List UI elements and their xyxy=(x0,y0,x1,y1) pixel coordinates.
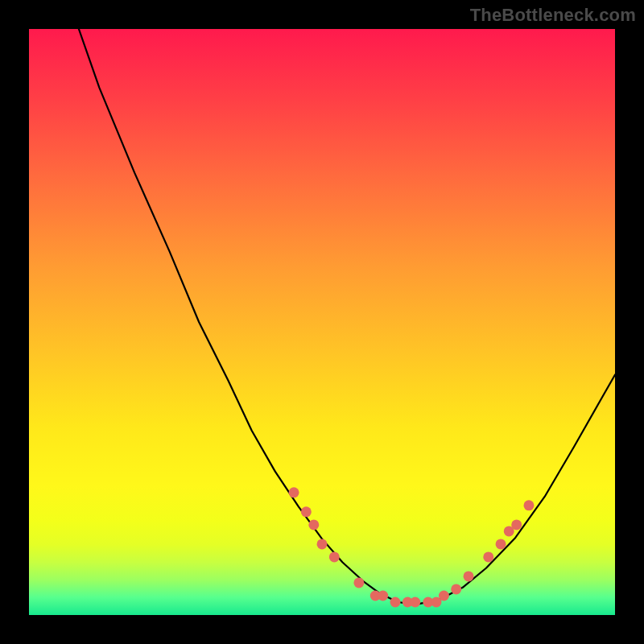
highlight-dot xyxy=(317,539,328,549)
highlight-dot xyxy=(523,500,534,510)
highlight-dot xyxy=(301,506,312,517)
highlight-dot xyxy=(511,519,522,530)
plot-area xyxy=(29,29,615,615)
chart-frame: TheBottleneck.com xyxy=(0,0,644,644)
watermark-text: TheBottleneck.com xyxy=(470,5,636,26)
highlight-dot xyxy=(390,597,401,607)
highlight-dot xyxy=(496,539,506,549)
highlight-dot xyxy=(439,590,449,601)
chart-svg xyxy=(29,29,615,615)
highlight-dot xyxy=(464,571,474,581)
highlight-dot xyxy=(353,577,364,588)
highlight-dot xyxy=(378,590,388,601)
highlight-dot xyxy=(451,584,461,594)
highlight-dot xyxy=(289,487,299,497)
highlight-dot xyxy=(483,551,493,562)
highlight-dot xyxy=(308,519,319,530)
highlight-dot xyxy=(410,597,420,607)
bottleneck-curve xyxy=(79,29,615,605)
highlight-dot xyxy=(329,551,340,562)
highlight-dots-group xyxy=(289,487,535,607)
